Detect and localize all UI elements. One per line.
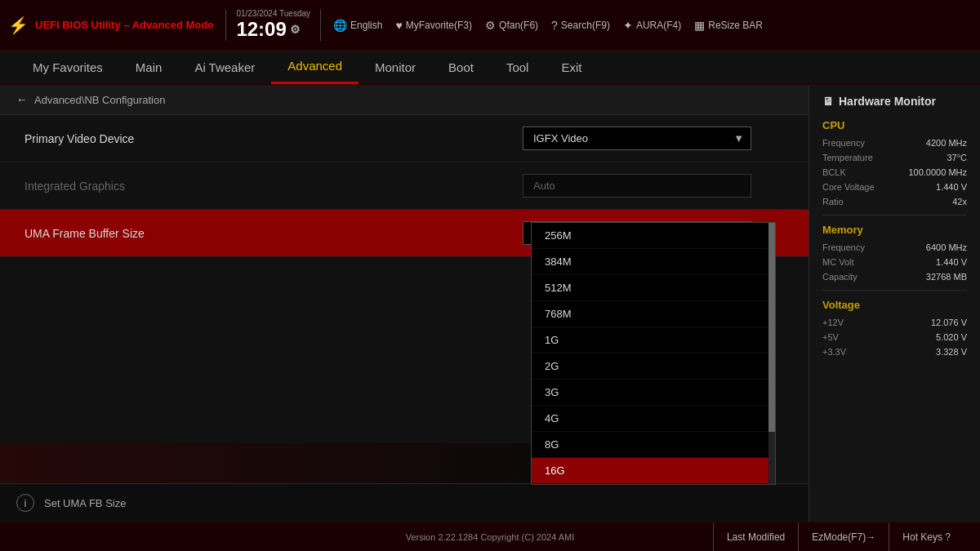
integrated-graphics-label: Integrated Graphics bbox=[24, 180, 270, 193]
hw-monitor-title: 🖥 Hardware Monitor bbox=[822, 95, 967, 108]
nav-item-aitweaker[interactable]: Ai Tweaker bbox=[178, 50, 271, 84]
hw-cpu-temp-value: 37°C bbox=[947, 153, 967, 162]
hw-mc-volt-value: 1.440 V bbox=[936, 257, 967, 267]
setting-row-integrated-graphics: Integrated Graphics Auto bbox=[0, 162, 808, 210]
footer-version: Version 2.22.1284 Copyright (C) 2024 AMI bbox=[406, 532, 575, 542]
hw-cpu-frequency-label: Frequency bbox=[822, 138, 865, 148]
shortcut-qfan[interactable]: ⚙ Qfan(F6) bbox=[485, 19, 538, 32]
back-arrow-icon[interactable]: ← bbox=[16, 93, 28, 106]
hw-33v-row: +3.3V 3.328 V bbox=[822, 347, 967, 357]
dropdown-option-16g[interactable]: 16G bbox=[532, 458, 775, 484]
fan-icon: ⚙ bbox=[485, 19, 496, 32]
search-icon: ? bbox=[551, 19, 558, 32]
setting-row-primary-video: Primary Video Device IGFX Video ▼ bbox=[0, 115, 808, 162]
aura-icon: ✦ bbox=[623, 19, 633, 32]
dropdown-option-8g[interactable]: 8G bbox=[532, 432, 775, 458]
primary-video-value: IGFX Video ▼ bbox=[270, 127, 784, 150]
shortcut-resizebar-label: ReSize BAR bbox=[708, 20, 763, 31]
hw-capacity-row: Capacity 32768 MB bbox=[822, 272, 967, 282]
dropdown-option-1g[interactable]: 1G bbox=[532, 327, 775, 353]
hw-ratio-value: 42x bbox=[952, 197, 967, 207]
hw-cpu-temp-row: Temperature 37°C bbox=[822, 153, 967, 162]
hw-divider-mem-volt bbox=[822, 290, 967, 291]
shortcut-search[interactable]: ? Search(F9) bbox=[551, 19, 610, 32]
rog-logo-icon: ⚡ bbox=[8, 16, 29, 35]
hw-cpu-frequency-value: 4200 MHz bbox=[926, 138, 967, 148]
hw-core-voltage-row: Core Voltage 1.440 V bbox=[822, 182, 967, 192]
heart-icon: ♥ bbox=[395, 19, 402, 32]
shortcut-english[interactable]: 🌐 English bbox=[333, 19, 382, 32]
dropdown-scrollbar[interactable] bbox=[768, 223, 775, 484]
shortcut-english-label: English bbox=[350, 20, 382, 31]
hw-mem-frequency-label: Frequency bbox=[822, 242, 865, 252]
hw-33v-label: +3.3V bbox=[822, 347, 846, 357]
settings-icon[interactable]: ⚙ bbox=[290, 23, 301, 36]
dropdown-option-4g[interactable]: 4G bbox=[532, 406, 775, 432]
hw-mc-volt-row: MC Volt 1.440 V bbox=[822, 257, 967, 267]
hw-ratio-row: Ratio 42x bbox=[822, 197, 967, 207]
monitor-icon: 🖥 bbox=[822, 95, 834, 108]
footer-right: Last Modified EzMode(F7)→ Hot Keys ? bbox=[713, 522, 964, 552]
shortcut-search-label: Search(F9) bbox=[561, 20, 610, 31]
hw-section-memory-title: Memory bbox=[822, 224, 967, 236]
hw-capacity-value: 32768 MB bbox=[926, 272, 967, 282]
hw-12v-row: +12V 12.076 V bbox=[822, 318, 967, 327]
top-shortcuts: 🌐 English ♥ MyFavorite(F3) ⚙ Qfan(F6) ? … bbox=[333, 19, 763, 32]
hw-5v-row: +5V 5.020 V bbox=[822, 332, 967, 342]
content-area: ← Advanced\NB Configuration Primary Vide… bbox=[0, 85, 808, 522]
footer-last-modified[interactable]: Last Modified bbox=[713, 522, 798, 552]
integrated-graphics-input: Auto bbox=[523, 174, 751, 198]
nav-item-monitor[interactable]: Monitor bbox=[359, 50, 432, 84]
uma-frame-buffer-label: UMA Frame Buffer Size bbox=[24, 227, 270, 240]
hw-divider-cpu-mem bbox=[822, 215, 967, 216]
primary-video-dropdown[interactable]: IGFX Video ▼ bbox=[523, 127, 751, 150]
hw-section-cpu-title: CPU bbox=[822, 119, 967, 131]
dropdown-option-3g[interactable]: 3G bbox=[532, 380, 775, 406]
primary-video-label: Primary Video Device bbox=[24, 132, 270, 145]
dropdown-option-256m[interactable]: 256M bbox=[532, 223, 775, 249]
shortcut-qfan-label: Qfan(F6) bbox=[499, 20, 538, 31]
breadcrumb: ← Advanced\NB Configuration bbox=[0, 85, 808, 115]
dropdown-list: 256M 384M 512M 768M 1G 2G 3G 4G 8G 16G bbox=[531, 222, 776, 485]
nav-item-tool[interactable]: Tool bbox=[490, 50, 546, 84]
hw-5v-label: +5V bbox=[822, 332, 839, 342]
hw-cpu-temp-label: Temperature bbox=[822, 153, 873, 162]
footer-ezmode[interactable]: EzMode(F7)→ bbox=[798, 522, 889, 552]
logo-area: ⚡ UEFI BIOS Utility – Advanced Mode bbox=[8, 16, 213, 35]
hw-core-voltage-value: 1.440 V bbox=[936, 182, 967, 192]
dropdown-option-384m[interactable]: 384M bbox=[532, 249, 775, 275]
nav-item-boot[interactable]: Boot bbox=[432, 50, 490, 84]
info-bar: i Set UMA FB Size bbox=[0, 483, 808, 522]
primary-video-arrow-icon: ▼ bbox=[733, 132, 744, 144]
nav-item-myfavorites[interactable]: My Favorites bbox=[16, 50, 119, 84]
shortcut-myfavorite-label: MyFavorite(F3) bbox=[406, 20, 472, 31]
hw-core-voltage-label: Core Voltage bbox=[822, 182, 875, 192]
hw-33v-value: 3.328 V bbox=[936, 347, 967, 357]
nav-item-advanced[interactable]: Advanced bbox=[271, 50, 359, 84]
primary-video-selected: IGFX Video bbox=[533, 132, 588, 144]
bios-title: UEFI BIOS Utility – Advanced Mode bbox=[35, 19, 213, 31]
main-layout: ← Advanced\NB Configuration Primary Vide… bbox=[0, 85, 980, 522]
breadcrumb-path: Advanced\NB Configuration bbox=[34, 94, 165, 106]
hw-mem-frequency-value: 6400 MHz bbox=[926, 242, 967, 252]
hw-bclk-value: 100.0000 MHz bbox=[908, 167, 967, 177]
footer-hotkeys[interactable]: Hot Keys ? bbox=[889, 522, 964, 552]
nav-item-main[interactable]: Main bbox=[119, 50, 179, 84]
bar-icon: ▦ bbox=[694, 19, 705, 32]
nav-menu: My Favorites Main Ai Tweaker Advanced Mo… bbox=[0, 51, 980, 85]
hw-bclk-label: BCLK bbox=[822, 167, 846, 177]
shortcut-aura[interactable]: ✦ AURA(F4) bbox=[623, 19, 681, 32]
hw-mc-volt-label: MC Volt bbox=[822, 257, 854, 267]
hw-section-voltage-title: Voltage bbox=[822, 299, 967, 311]
hw-12v-value: 12.076 V bbox=[931, 318, 967, 327]
shortcut-myfavorite[interactable]: ♥ MyFavorite(F3) bbox=[395, 19, 472, 32]
shortcut-resizebar[interactable]: ▦ ReSize BAR bbox=[694, 19, 763, 32]
dropdown-option-768m[interactable]: 768M bbox=[532, 301, 775, 327]
dropdown-option-512m[interactable]: 512M bbox=[532, 275, 775, 301]
nav-item-exit[interactable]: Exit bbox=[545, 50, 598, 84]
hw-ratio-label: Ratio bbox=[822, 197, 844, 207]
dropdown-option-2g[interactable]: 2G bbox=[532, 353, 775, 380]
info-text: Set UMA FB Size bbox=[44, 497, 126, 509]
dropdown-scrollbar-thumb bbox=[768, 223, 775, 432]
top-bar: ⚡ UEFI BIOS Utility – Advanced Mode 01/2… bbox=[0, 0, 980, 51]
